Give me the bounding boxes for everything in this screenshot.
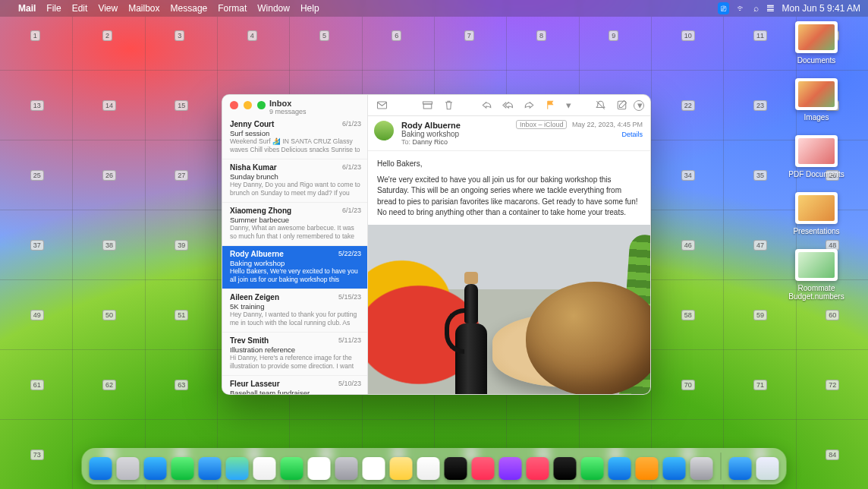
message-row[interactable]: Jenny Court6/1/23Surf sessionWeekend Sur… — [222, 116, 367, 159]
reader-body: Hello Bakers, We're very excited to have… — [368, 151, 650, 219]
dock-app-tv[interactable] — [445, 457, 467, 480]
reader-folder: Inbox – iCloud May 22, 2023, 4:45 PM — [516, 121, 643, 128]
window-close-button[interactable] — [230, 101, 238, 109]
mail-window: Inbox 9 messages Jenny Court6/1/23Surf s… — [222, 94, 651, 395]
reader-details-link[interactable]: Details — [516, 131, 643, 138]
menu-file[interactable]: File — [46, 3, 61, 14]
flag-icon[interactable] — [544, 99, 556, 112]
window-traffic-lights — [230, 101, 266, 109]
dock-app-pages[interactable] — [636, 457, 659, 480]
sender-avatar — [374, 121, 394, 140]
reader-body-text: We're very excited to have you all join … — [377, 175, 641, 219]
clock[interactable]: Mon Jun 5 9:41 AM — [782, 3, 860, 14]
dock-app-photos[interactable] — [253, 457, 276, 480]
dock-app-facetime[interactable] — [281, 457, 303, 480]
menu-format[interactable]: Format — [218, 3, 247, 14]
dock-app-reminders[interactable] — [363, 457, 385, 480]
reader-toolbar: ▾ ▾ — [368, 95, 650, 116]
dock-app-notes[interactable] — [390, 457, 413, 480]
reader-to-line: To: Danny Rico — [401, 138, 643, 146]
reply-all-icon[interactable] — [502, 99, 514, 112]
message-list-pane: Inbox 9 messages Jenny Court6/1/23Surf s… — [222, 95, 368, 394]
desktop-icon-documents[interactable]: Documents — [778, 21, 854, 65]
svg-rect-2 — [423, 104, 432, 109]
screen-mirroring-icon[interactable]: ⎚ — [718, 2, 729, 14]
reader-header: Rody Albuerne Baking workshop To: Danny … — [368, 116, 650, 151]
dock-app-contacts[interactable] — [335, 457, 358, 480]
reader-greeting: Hello Bakers, — [377, 159, 641, 170]
dock-app-messages[interactable] — [171, 457, 194, 480]
dock-app-music[interactable] — [472, 457, 495, 480]
dock-app-freeform[interactable] — [417, 457, 440, 480]
message-row[interactable]: Xiaomeng Zhong6/1/23Summer barbecueDanny… — [222, 203, 367, 246]
control-center-icon[interactable]: 𝌆 — [766, 3, 775, 14]
desktop-icon-images[interactable]: Images — [778, 78, 854, 121]
dock-app-finder[interactable] — [90, 457, 112, 480]
dock-app-maps[interactable] — [226, 457, 249, 480]
dock-app-podcasts[interactable] — [499, 457, 522, 480]
archive-icon[interactable] — [421, 99, 433, 112]
trash-icon[interactable] — [442, 99, 454, 112]
desktop-icon-roommate-budget-numbers[interactable]: Roommate Budget.numbers — [778, 249, 854, 301]
compose-chevron-icon[interactable]: ▾ — [637, 99, 643, 112]
forward-icon[interactable] — [523, 99, 535, 112]
dock-downloads[interactable] — [729, 457, 752, 480]
message-row[interactable]: Aileen Zeigen5/15/235K trainingHey Danny… — [222, 289, 367, 333]
message-row[interactable]: Trev Smith5/11/23Illustration referenceH… — [222, 333, 367, 376]
flag-chevron-icon[interactable]: ▾ — [565, 99, 571, 112]
message-row[interactable]: Fleur Lasseur5/10/23Baseball team fundra… — [222, 376, 367, 394]
dock-app-calendar[interactable] — [308, 457, 331, 480]
mailbox-message-count: 9 messages — [269, 108, 361, 115]
window-zoom-button[interactable] — [257, 101, 266, 109]
message-reader-pane: ▾ ▾ Rody Albuerne Baking workshop To: Da… — [368, 95, 650, 394]
status-menus: ⎚ ᯤ ⌕ 𝌆 Mon Jun 5 9:41 AM — [718, 2, 860, 14]
app-menu[interactable]: Mail — [18, 3, 36, 14]
menu-bar: Mail FileEditViewMailboxMessageFormatWin… — [0, 0, 868, 17]
wifi-icon[interactable]: ᯤ — [737, 3, 746, 14]
menu-window[interactable]: Window — [257, 3, 290, 14]
dock-app-mail[interactable] — [199, 457, 222, 480]
svg-rect-0 — [377, 102, 386, 109]
reader-attachment-image — [368, 225, 650, 395]
envelope-icon[interactable] — [376, 99, 388, 112]
desktop-icon-pdf-documents[interactable]: PDF Documents — [778, 135, 854, 178]
dock-app-news[interactable] — [527, 457, 549, 480]
dock — [82, 448, 787, 484]
window-minimize-button[interactable] — [244, 101, 252, 109]
message-row[interactable]: Nisha Kumar6/1/23Sunday brunchHey Danny,… — [222, 159, 367, 203]
dock-app-numbers[interactable] — [581, 457, 604, 480]
dock-app-system-settings[interactable] — [690, 457, 713, 480]
dock-trash[interactable] — [756, 457, 779, 480]
menu-mailbox[interactable]: Mailbox — [128, 3, 159, 14]
dock-app-stocks[interactable] — [554, 457, 577, 480]
mailbox-title: Inbox — [269, 99, 361, 108]
dock-app-safari[interactable] — [144, 457, 167, 480]
dock-app-launchpad[interactable] — [117, 457, 140, 480]
message-row[interactable]: Rody Albuerne5/22/23Baking workshopHello… — [222, 246, 367, 289]
menu-edit[interactable]: Edit — [72, 3, 88, 14]
spotlight-icon[interactable]: ⌕ — [753, 3, 759, 14]
menu-help[interactable]: Help — [300, 3, 319, 14]
desktop-icons-column: DocumentsImagesPDF DocumentsPresentation… — [771, 21, 862, 301]
reply-icon[interactable] — [480, 99, 492, 112]
compose-icon[interactable] — [615, 99, 627, 112]
menu-message[interactable]: Message — [171, 3, 208, 14]
dock-app-keynote[interactable] — [609, 457, 631, 480]
menu-view[interactable]: View — [98, 3, 118, 14]
desktop-icon-presentations[interactable]: Presentations — [778, 192, 854, 235]
dock-app-app-store[interactable] — [663, 457, 686, 480]
mute-icon[interactable] — [594, 99, 606, 112]
